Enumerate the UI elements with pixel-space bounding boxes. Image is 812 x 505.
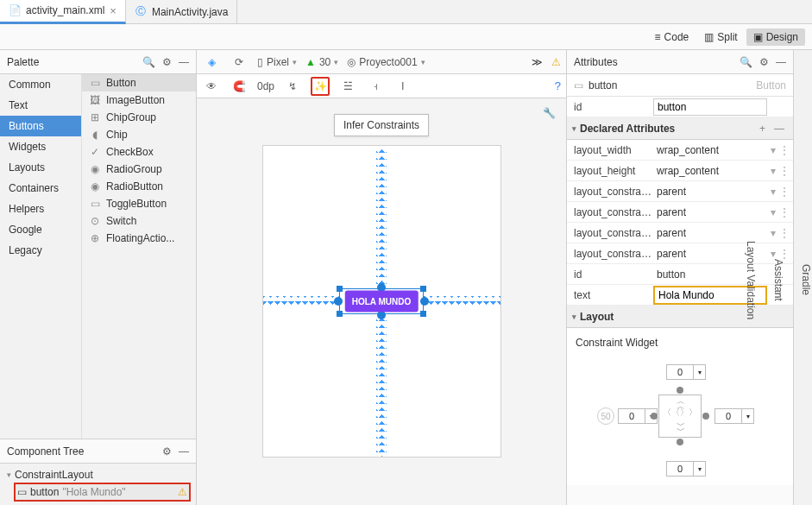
button-widget[interactable]: HOLA MUNDO (345, 291, 419, 312)
java-class-icon: Ⓒ (135, 6, 147, 18)
minimize-icon[interactable]: — (776, 56, 786, 68)
split-icon: ▥ (704, 31, 714, 43)
design-icon: ▣ (753, 31, 763, 43)
autoconnect-icon[interactable]: 🧲 (230, 77, 249, 96)
dropdown-icon[interactable]: ▾ (771, 165, 776, 177)
expand-icon[interactable]: ▾ (7, 470, 11, 479)
surface-icon[interactable]: ◈ (202, 53, 221, 72)
tooltip: Infer Constraints (334, 114, 429, 136)
gear-icon[interactable]: ⚙ (162, 445, 172, 458)
designer-sub-toolbar: 👁 🧲 0dp ↯ ✨ ☱ ⫞ Ⅰ ? (197, 74, 566, 98)
search-icon[interactable]: 🔍 (740, 56, 752, 68)
close-icon[interactable]: × (110, 4, 116, 17)
tools-icon[interactable]: 🔧 (543, 107, 556, 119)
palette-widgets: ▭Button 🖼ImageButton ⊞ChipGroup ◖Chip ✓C… (82, 74, 196, 439)
widget-togglebutton[interactable]: ▭ToggleButton (82, 195, 196, 212)
id-input[interactable] (653, 98, 767, 116)
dropdown-icon[interactable]: ▾ (771, 206, 776, 218)
category-helpers[interactable]: Helpers (0, 199, 81, 219)
tree-node-button[interactable]: ▭ button "Hola Mundo" ⚠ (14, 483, 191, 502)
view-options-icon[interactable]: 👁 (202, 77, 221, 96)
clear-constraints-icon[interactable]: ↯ (283, 77, 302, 96)
constraint-widget[interactable]: Constraint Widget ︿︿ ﹀﹀ 〈〈 〉〉 0▾ 0▾ 0▾ 0… (567, 328, 793, 485)
dropdown-icon[interactable]: ▾ (771, 227, 776, 239)
category-buttons[interactable]: Buttons (0, 116, 81, 136)
design-canvas[interactable]: 🔧 Infer Constraints HOLA MUNDO (197, 98, 566, 505)
code-icon: ≡ (655, 31, 661, 43)
orientation-icon[interactable]: ⟳ (230, 53, 249, 72)
rail-layout-validation[interactable]: Layout Validation (745, 241, 757, 319)
tree-title: Component Tree (7, 445, 84, 458)
palette-header: Palette 🔍 ⚙ — (0, 50, 196, 74)
infer-constraints-button[interactable]: ✨ (311, 77, 330, 96)
view-code-button[interactable]: ≡Code (648, 28, 696, 46)
attributes-title: Attributes (574, 56, 618, 68)
dropdown-icon[interactable]: ▾ (771, 248, 776, 260)
category-google[interactable]: Google (0, 219, 81, 240)
search-icon[interactable]: 🔍 (142, 56, 155, 68)
warning-icon[interactable]: ⚠ (178, 486, 187, 498)
minimize-icon[interactable]: — (179, 445, 189, 458)
view-mode-bar: ≡Code ▥Split ▣Design (0, 24, 812, 50)
widget-imagebutton[interactable]: 🖼ImageButton (82, 92, 196, 109)
constraint-top (376, 146, 387, 288)
widget-radiobutton[interactable]: ◉RadioButton (82, 178, 196, 195)
button-icon: ▭ (574, 79, 583, 92)
more-icon[interactable]: ≫ (532, 56, 543, 68)
widget-radiogroup[interactable]: ◉RadioGroup (82, 161, 196, 178)
rail-gradle[interactable]: Gradle (800, 264, 812, 295)
widget-checkbox[interactable]: ✓CheckBox (82, 143, 196, 161)
default-margin[interactable]: 0dp (257, 80, 274, 92)
section-layout[interactable]: ▾Layout (567, 306, 793, 328)
api-dropdown[interactable]: ▲30▾ (305, 56, 338, 68)
add-icon[interactable]: + (759, 123, 765, 135)
guidelines-icon[interactable]: ☱ (338, 77, 357, 96)
switch-icon: ⊙ (89, 215, 101, 227)
tab-label: MainActivity.java (152, 6, 228, 18)
constraint-left (263, 296, 340, 306)
attr-id-top: id (567, 97, 793, 117)
fab-icon: ⊕ (89, 232, 101, 244)
category-legacy[interactable]: Legacy (0, 240, 81, 261)
radiobutton-icon: ◉ (89, 180, 101, 193)
dropdown-icon[interactable]: ▾ (771, 186, 776, 198)
tree-root[interactable]: ▾ ConstraintLayout (5, 467, 191, 483)
widget-switch[interactable]: ⊙Switch (82, 212, 196, 230)
editor-tab-bar: 📄 activity_main.xml × Ⓒ MainActivity.jav… (0, 0, 812, 24)
selected-component: ▭button Button (567, 74, 793, 97)
constraint-bottom (376, 314, 387, 457)
tab-activity-main[interactable]: 📄 activity_main.xml × (0, 0, 126, 24)
section-declared[interactable]: ▾Declared Attributes +— (567, 117, 793, 140)
theme-dropdown[interactable]: ◎Proyecto001▾ (347, 56, 425, 68)
pack-icon[interactable]: Ⅰ (393, 77, 412, 96)
tab-label: activity_main.xml (26, 4, 104, 16)
button-icon: ▭ (89, 77, 101, 89)
device-dropdown[interactable]: ▯Pixel▾ (257, 56, 297, 68)
category-layouts[interactable]: Layouts (0, 157, 81, 178)
gear-icon[interactable]: ⚙ (162, 56, 172, 68)
category-containers[interactable]: Containers (0, 178, 81, 199)
minimize-icon[interactable]: — (179, 56, 189, 68)
rail-assistant[interactable]: Assistant (772, 259, 784, 301)
widget-fab[interactable]: ⊕FloatingActio... (82, 230, 196, 247)
widget-chip[interactable]: ◖Chip (82, 126, 196, 143)
dropdown-icon[interactable]: ▾ (771, 144, 776, 156)
remove-icon[interactable]: — (774, 123, 784, 135)
widget-chipgroup[interactable]: ⊞ChipGroup (82, 109, 196, 126)
view-split-button[interactable]: ▥Split (697, 28, 744, 46)
palette-categories: Common Text Buttons Widgets Layouts Cont… (0, 74, 82, 439)
category-text[interactable]: Text (0, 95, 81, 116)
device-frame: HOLA MUNDO (263, 146, 500, 457)
radiogroup-icon: ◉ (89, 163, 101, 175)
chip-icon: ◖ (89, 129, 101, 141)
gear-icon[interactable]: ⚙ (759, 56, 769, 68)
view-design-button[interactable]: ▣Design (746, 28, 805, 46)
category-common[interactable]: Common (0, 74, 81, 95)
warning-icon[interactable]: ⚠ (551, 56, 561, 68)
tab-main-activity[interactable]: Ⓒ MainActivity.java (126, 0, 237, 24)
align-icon[interactable]: ⫞ (366, 77, 385, 96)
help-icon[interactable]: ? (555, 79, 561, 92)
imagebutton-icon: 🖼 (89, 94, 101, 106)
category-widgets[interactable]: Widgets (0, 136, 81, 157)
widget-button[interactable]: ▭Button (82, 74, 196, 92)
